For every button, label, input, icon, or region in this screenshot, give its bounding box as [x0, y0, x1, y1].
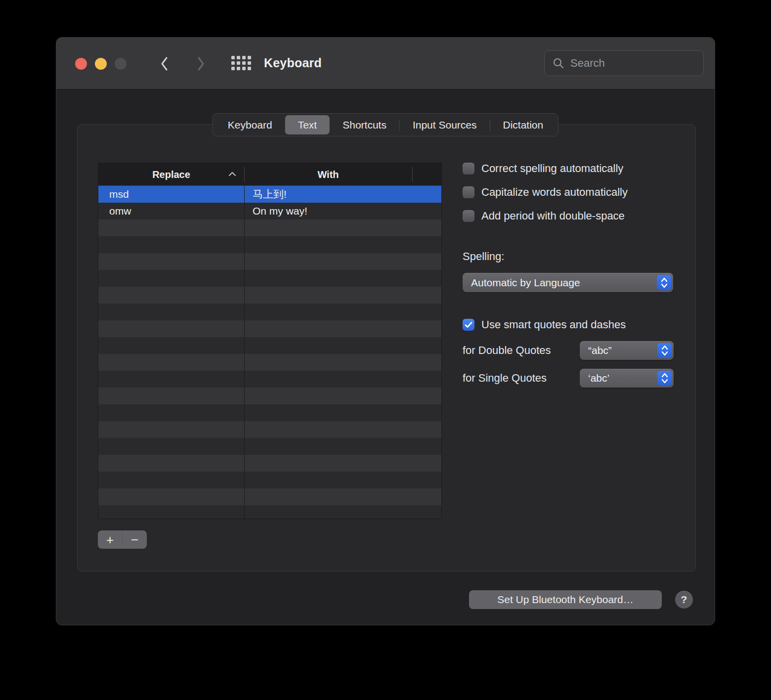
- sort-ascending-icon: [228, 171, 237, 177]
- cell-replace[interactable]: omw: [98, 203, 244, 219]
- empty-row: [98, 388, 441, 404]
- empty-row: [98, 236, 441, 253]
- empty-row: [98, 337, 441, 354]
- empty-row: [98, 304, 441, 320]
- empty-row: [98, 354, 441, 371]
- table-row-selected[interactable]: msd 马上到!: [98, 186, 441, 203]
- empty-row: [98, 270, 441, 287]
- back-button[interactable]: [159, 55, 171, 72]
- smart-quotes-option: Use smart quotes and dashes: [463, 318, 626, 331]
- add-period-checkbox[interactable]: [463, 210, 474, 222]
- tab-bar: Keyboard Text Shortcuts Input Sources Di…: [213, 113, 558, 136]
- add-replacement-button[interactable]: +: [98, 530, 122, 549]
- table-row[interactable]: omw On my way!: [98, 203, 441, 219]
- column-header-replace[interactable]: Replace: [98, 163, 244, 186]
- empty-row: [98, 253, 441, 270]
- capitalize-words-label: Capitalize words automatically: [481, 186, 628, 199]
- empty-row: [98, 505, 441, 519]
- empty-row: [98, 472, 441, 488]
- spelling-label: Spelling:: [463, 250, 504, 263]
- double-quotes-dropdown[interactable]: “abc”: [580, 341, 674, 360]
- checkmark-icon: [465, 321, 472, 328]
- add-remove-group: + −: [98, 530, 147, 549]
- empty-row: [98, 488, 441, 505]
- single-quotes-value: ‘abc’: [588, 372, 609, 384]
- zoom-window-button-disabled: [115, 58, 127, 70]
- cell-with[interactable]: On my way!: [244, 203, 441, 219]
- table-body: msd 马上到! omw On my way!: [98, 186, 441, 519]
- title-bar: Keyboard Search: [56, 38, 715, 89]
- window-controls: [75, 58, 127, 70]
- empty-row: [98, 404, 441, 421]
- tab-text[interactable]: Text: [285, 115, 330, 134]
- show-all-preferences-icon[interactable]: [231, 56, 251, 70]
- search-field[interactable]: Search: [544, 50, 704, 76]
- empty-row: [98, 421, 441, 438]
- capitalize-words-option: Capitalize words automatically: [463, 186, 628, 199]
- stepper-icon: [657, 275, 671, 290]
- cell-with[interactable]: 马上到!: [244, 186, 441, 203]
- header-divider: [412, 167, 413, 182]
- help-button[interactable]: ?: [675, 591, 693, 609]
- empty-row: [98, 371, 441, 388]
- table-header: Replace With: [98, 163, 441, 186]
- empty-row: [98, 320, 441, 337]
- close-window-button[interactable]: [75, 58, 87, 70]
- cell-replace[interactable]: msd: [98, 186, 244, 203]
- text-replacements-table: Replace With msd 马上到! omw On my way!: [98, 163, 442, 519]
- keyboard-preferences-window: Keyboard Search Keyboard Text Shortcuts …: [56, 37, 715, 625]
- stepper-icon: [657, 343, 672, 358]
- add-period-label: Add period with double-space: [481, 210, 625, 222]
- search-icon: [553, 57, 564, 69]
- correct-spelling-label: Correct spelling automatically: [481, 162, 623, 175]
- capitalize-words-checkbox[interactable]: [463, 186, 474, 198]
- setup-bluetooth-keyboard-button[interactable]: Set Up Bluetooth Keyboard…: [469, 590, 662, 609]
- empty-row: [98, 287, 441, 304]
- empty-row: [98, 438, 441, 455]
- remove-replacement-button[interactable]: −: [123, 530, 147, 549]
- tab-shortcuts[interactable]: Shortcuts: [330, 115, 399, 134]
- correct-spelling-option: Correct spelling automatically: [463, 162, 623, 175]
- correct-spelling-checkbox[interactable]: [463, 163, 474, 175]
- column-header-with[interactable]: With: [244, 163, 412, 186]
- stepper-icon: [657, 371, 672, 386]
- minimize-window-button[interactable]: [95, 58, 107, 70]
- smart-quotes-label: Use smart quotes and dashes: [481, 318, 626, 331]
- window-title: Keyboard: [264, 56, 322, 70]
- spelling-value: Automatic by Language: [471, 277, 580, 289]
- spelling-dropdown[interactable]: Automatic by Language: [463, 273, 673, 292]
- forward-button[interactable]: [195, 55, 207, 72]
- empty-row: [98, 219, 441, 236]
- empty-row: [98, 455, 441, 472]
- double-quotes-value: “abc”: [588, 345, 612, 356]
- double-quotes-label: for Double Quotes: [463, 344, 551, 357]
- tab-dictation[interactable]: Dictation: [490, 115, 557, 134]
- smart-quotes-checkbox[interactable]: [463, 319, 474, 331]
- single-quotes-dropdown[interactable]: ‘abc’: [580, 369, 674, 388]
- single-quotes-label: for Single Quotes: [463, 372, 547, 385]
- column-divider: [244, 186, 245, 519]
- add-period-option: Add period with double-space: [463, 210, 625, 222]
- tab-keyboard[interactable]: Keyboard: [215, 115, 285, 134]
- search-placeholder: Search: [570, 57, 605, 70]
- tab-input-sources[interactable]: Input Sources: [400, 115, 490, 134]
